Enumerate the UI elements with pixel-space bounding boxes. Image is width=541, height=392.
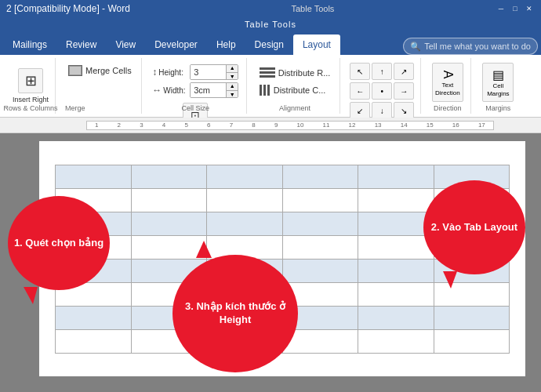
table-cell[interactable]	[56, 330, 132, 354]
align-top-right[interactable]: ↗	[394, 63, 414, 80]
table-cell[interactable]	[207, 212, 283, 236]
title-text: 2 [Compatibility Mode] - Word	[6, 3, 130, 14]
tab-developer[interactable]: Developer	[145, 34, 207, 55]
merge-cells-label: Merge Cells	[85, 66, 132, 75]
bubble-3-text: 3. Nhập kích thước ở Height	[172, 300, 298, 327]
align-top-center[interactable]: ↑	[372, 63, 392, 80]
table-cell[interactable]	[207, 165, 283, 189]
ribbon-search[interactable]: 🔍 Tell me what you want to do	[403, 38, 538, 55]
table-cell[interactable]	[282, 236, 358, 260]
table-cell[interactable]	[358, 212, 434, 236]
cell-margins-group: ▤ Cell Margins Margins	[474, 58, 521, 114]
table-cell[interactable]	[282, 189, 358, 212]
alignment-group: ↖ ↑ ↗ ← • → ↙ ↓ ↘	[343, 58, 421, 114]
ruler: 1 2 3 4 5 6 7 8 9 10 11 12 13 14 15 16 1…	[0, 118, 541, 133]
align-mid-left[interactable]: ←	[350, 82, 370, 100]
main-area: ⊞	[0, 133, 541, 392]
cell-margins-label: Cell Margins	[483, 82, 513, 97]
table-cell[interactable]	[358, 330, 434, 354]
tab-review[interactable]: Review	[56, 34, 106, 55]
align-bot-center[interactable]: ↓	[372, 102, 392, 119]
insert-right-button[interactable]: ⊞ Insert Right	[13, 68, 49, 104]
table-cell[interactable]	[358, 260, 434, 283]
ribbon-content: ⊞ Insert Right Rows & Columns Merge Cell…	[0, 55, 541, 118]
width-input[interactable]	[191, 83, 226, 97]
align-bot-right[interactable]: ↘	[394, 102, 414, 119]
tab-layout[interactable]: Layout	[293, 34, 340, 55]
text-direction-label: Text Direction	[433, 82, 463, 96]
cell-size-controls: ↕ Height: ▲ ▼ ↔ Width:	[152, 60, 238, 98]
table-cell[interactable]	[358, 236, 434, 260]
distribute-rows-button[interactable]: Distribute R...	[256, 66, 334, 80]
table-cell[interactable]	[358, 165, 434, 189]
table-cell[interactable]	[434, 330, 510, 354]
window-controls: ─ □ ✕	[496, 3, 535, 14]
width-label: ↔ Width:	[152, 85, 187, 96]
align-mid-center[interactable]: •	[372, 82, 392, 100]
table-cell[interactable]	[56, 165, 132, 189]
cell-margins-icon: ▤	[492, 67, 504, 82]
tab-mailings[interactable]: Mailings	[3, 34, 56, 55]
table-cell[interactable]	[282, 165, 358, 189]
table-cell[interactable]	[131, 212, 207, 236]
bubble-height-input: 3. Nhập kích thước ở Height	[172, 255, 298, 372]
bubble-2-text: 2. Vào Tab Layout	[431, 221, 517, 234]
table-cell[interactable]	[282, 260, 358, 283]
insert-right-label: Insert Right	[13, 96, 49, 104]
distribute-cols-button[interactable]: Distribute C...	[256, 83, 334, 97]
table-cell[interactable]	[434, 307, 510, 330]
distribute-controls: Distribute R... Distribute C...	[256, 60, 334, 97]
table-cell[interactable]	[207, 189, 283, 212]
table-cell[interactable]	[282, 212, 358, 236]
width-input-wrap: ▲ ▼	[190, 82, 238, 98]
cell-margins-group-label: Margins	[485, 104, 510, 112]
align-bot-left[interactable]: ↙	[350, 102, 370, 119]
table-cell[interactable]	[358, 307, 434, 330]
bubble-1-text: 1. Quét chọn bảng	[14, 237, 103, 250]
table-cell[interactable]	[56, 307, 132, 330]
height-input[interactable]	[191, 65, 226, 79]
tab-view[interactable]: View	[106, 34, 145, 55]
maximize-button[interactable]: □	[510, 3, 521, 14]
height-row: ↕ Height: ▲ ▼	[152, 64, 238, 80]
ruler-track: 1 2 3 4 5 6 7 8 9 10 11 12 13 14 15 16 1…	[86, 121, 494, 130]
tab-help[interactable]: Help	[207, 34, 245, 55]
distribute-rows-label: Distribute R...	[278, 68, 331, 78]
width-spinners: ▲ ▼	[226, 82, 238, 98]
height-input-wrap: ▲ ▼	[190, 64, 238, 80]
merge-group: Merge Cells Merge	[59, 58, 142, 114]
align-mid-right[interactable]: →	[394, 82, 414, 100]
ribbon-tabs: Mailings Review View Developer Help Desi…	[0, 31, 541, 55]
merge-cells-icon	[68, 65, 82, 76]
bubble-select-table: 1. Quét chọn bảng	[8, 196, 110, 290]
table-cell[interactable]	[358, 283, 434, 307]
height-up[interactable]: ▲	[227, 64, 238, 73]
insert-right-icon: ⊞	[18, 68, 43, 93]
rows-group-label: Rows & Columns	[4, 104, 58, 112]
table-cell[interactable]	[358, 189, 434, 212]
table-row	[56, 165, 510, 189]
width-up[interactable]: ▲	[227, 82, 238, 91]
cell-size-label: Cell Size	[181, 104, 209, 112]
align-top-left[interactable]: ↖	[350, 63, 370, 80]
width-row: ↔ Width: ▲ ▼	[152, 82, 238, 98]
table-cell[interactable]	[131, 189, 207, 212]
table-tools-title: Table Tools	[245, 20, 296, 29]
merge-cells-button[interactable]: Merge Cells	[65, 63, 135, 78]
text-direction-button[interactable]: A Text Direction	[432, 63, 463, 102]
align-row-3: ↙ ↓ ↘	[350, 102, 414, 119]
tab-design[interactable]: Design	[245, 34, 293, 55]
distribute-group-label: Alignment	[279, 104, 310, 112]
insert-group: ⊞ Insert Right Rows & Columns	[6, 58, 56, 114]
search-placeholder: Tell me what you want to do	[424, 42, 531, 51]
height-spinners: ▲ ▼	[226, 64, 238, 80]
cell-margins-button[interactable]: ▤ Cell Margins	[482, 63, 514, 102]
minimize-button[interactable]: ─	[496, 3, 507, 14]
width-down[interactable]: ▼	[227, 91, 238, 99]
height-text: Height:	[158, 68, 183, 77]
table-cell[interactable]	[131, 165, 207, 189]
distribute-cols-icon	[260, 85, 270, 96]
bubble-layout-tab: 2. Vào Tab Layout	[423, 180, 525, 274]
close-button[interactable]: ✕	[524, 3, 535, 14]
height-down[interactable]: ▼	[227, 73, 238, 81]
